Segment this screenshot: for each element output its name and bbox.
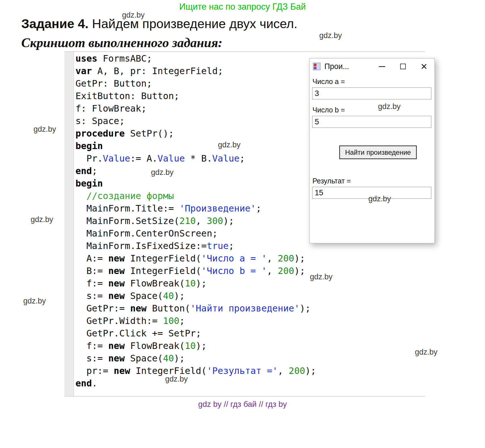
input-number-a[interactable]: [312, 87, 431, 99]
app-icon: [313, 63, 320, 70]
minimize-button[interactable]: [371, 58, 392, 74]
maximize-button[interactable]: [392, 58, 413, 74]
code-line: uses FormsABC;: [75, 52, 316, 65]
code-line: A:= new IntegerField('Число a = ', 200);: [75, 252, 316, 265]
code-line: f:= new FlowBreak(10);: [75, 277, 316, 290]
code-editor: uses FormsABC;var A, B, pr: IntegerField…: [75, 52, 316, 390]
label-number-b: Число b =: [312, 106, 345, 114]
code-line: GetPr.Click += SetPr;: [75, 327, 316, 340]
code-line: MainForm.IsFixedSize:=true;: [75, 240, 316, 252]
code-line: GetPr:= new Button('Найти произведение')…: [75, 302, 316, 315]
close-button[interactable]: ✕: [413, 58, 434, 74]
code-line: end.: [75, 377, 316, 390]
watermark: gdz.by: [319, 31, 342, 40]
watermark: gdz.by: [31, 215, 53, 224]
code-line: s:= new Space(40);: [75, 290, 316, 302]
subtitle: Скриншот выполненного задания:: [21, 35, 222, 50]
code-line: var A, B, pr: IntegerField;: [75, 65, 316, 77]
code-line: end;: [75, 165, 316, 177]
label-number-a: Число a =: [312, 78, 345, 86]
compute-button[interactable]: Найти произведение: [339, 146, 417, 159]
code-line: begin: [75, 140, 316, 152]
footer: gdz by // гдз бай // гдз by: [0, 400, 485, 409]
label-result: Результат =: [312, 177, 351, 185]
code-line: GetPr.Width:= 100;: [75, 315, 316, 327]
code-line: Pr.Value:= A.Value * B.Value;: [75, 152, 316, 165]
code-line: //создание формы: [75, 190, 316, 202]
document-page: Ищите нас по запросу ГДЗ Бай Задание 4. …: [0, 0, 485, 448]
task-text: Найдем произведение двух чисел.: [89, 16, 297, 31]
top-banner: Ищите нас по запросу ГДЗ Бай: [0, 2, 485, 12]
code-line: s:= new Space(40);: [75, 352, 316, 365]
code-line: B:= new IntegerField('Число b = ', 200);: [75, 265, 316, 277]
window-titlebar[interactable]: Прои... ✕: [310, 58, 434, 74]
window-title: Прои...: [324, 62, 371, 71]
code-line: ExitButton: Button;: [75, 90, 316, 102]
code-line: MainForm.CenterOnScreen;: [75, 227, 316, 240]
page-title: Задание 4. Найдем произведение двух чисе…: [21, 16, 297, 31]
code-line: f:= new FlowBreak(10);: [75, 340, 316, 352]
code-line: s: Space;: [75, 115, 316, 127]
code-line: GetPr: Button;: [75, 77, 316, 90]
input-number-b[interactable]: [312, 116, 431, 128]
code-line: MainForm.SetSize(210, 300);: [75, 215, 316, 227]
watermark: gdz.by: [33, 125, 56, 134]
code-scrollbar: [65, 52, 74, 396]
code-line: MainForm.Title:= 'Произведение';: [75, 202, 316, 215]
code-line: f: FlowBreak;: [75, 102, 316, 115]
form-window: Прои... ✕ Число a = Число b = Найти прои…: [309, 58, 435, 243]
task-number: Задание 4.: [21, 16, 89, 31]
code-line: pr:= new IntegerField('Результат =', 200…: [75, 365, 316, 377]
code-line: procedure SetPr();: [75, 127, 316, 140]
code-line: begin: [75, 177, 316, 190]
watermark: gdz.by: [23, 297, 46, 305]
input-result[interactable]: [312, 187, 431, 199]
